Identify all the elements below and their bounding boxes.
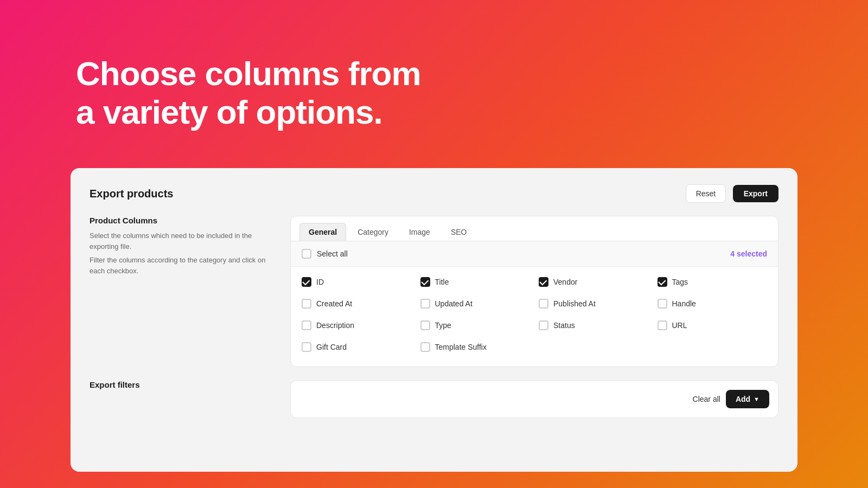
hero-section: Choose columns from a variety of options… bbox=[76, 54, 421, 132]
add-button[interactable]: Add ▼ bbox=[726, 390, 769, 408]
col-label-updated-at: Updated At bbox=[435, 299, 473, 308]
chevron-down-icon: ▼ bbox=[754, 396, 760, 402]
col-item-published-at[interactable]: Published At bbox=[534, 293, 653, 314]
col-label-status: Status bbox=[553, 321, 575, 330]
select-all-checkbox[interactable] bbox=[302, 249, 311, 259]
export-button[interactable]: Export bbox=[733, 185, 778, 202]
col-item-id[interactable]: ID bbox=[297, 271, 416, 293]
select-all-row: Select all 4 selected bbox=[291, 241, 778, 267]
bottom-section: Export filters Clear all Add ▼ bbox=[90, 380, 778, 418]
col-item-title[interactable]: Title bbox=[416, 271, 535, 293]
col-label-title: Title bbox=[435, 278, 449, 286]
col-label-id: ID bbox=[316, 278, 324, 286]
checkbox-url[interactable] bbox=[658, 320, 667, 330]
add-label: Add bbox=[736, 395, 750, 403]
checkbox-title[interactable] bbox=[420, 277, 430, 287]
checkbox-created-at[interactable] bbox=[302, 299, 311, 309]
col-item-url[interactable]: URL bbox=[653, 314, 772, 336]
header-actions: Reset Export bbox=[686, 184, 778, 203]
checkbox-vendor[interactable] bbox=[539, 277, 548, 287]
col-label-url: URL bbox=[672, 321, 687, 330]
panel-body: Product Columns Select the columns which… bbox=[90, 216, 778, 367]
section-title: Product Columns bbox=[90, 216, 274, 225]
checkbox-published-at[interactable] bbox=[539, 299, 548, 309]
panel-title: Export products bbox=[90, 188, 173, 200]
filters-title: Export filters bbox=[90, 380, 274, 389]
col-item-handle[interactable]: Handle bbox=[653, 293, 772, 314]
selected-count: 4 selected bbox=[730, 249, 767, 258]
tab-seo[interactable]: SEO bbox=[442, 223, 476, 241]
columns-grid: ID Title Vendor Tags Created At bbox=[291, 267, 778, 367]
select-all-label: Select all bbox=[317, 249, 348, 258]
col-label-gift-card: Gift Card bbox=[316, 343, 347, 351]
col-item-updated-at[interactable]: Updated At bbox=[416, 293, 535, 314]
reset-button[interactable]: Reset bbox=[686, 184, 726, 203]
checkbox-type[interactable] bbox=[420, 320, 430, 330]
tab-category[interactable]: Category bbox=[348, 223, 398, 241]
checkbox-template-suffix[interactable] bbox=[420, 342, 430, 352]
export-panel: Export products Reset Export Product Col… bbox=[71, 168, 797, 472]
filters-right: Clear all Add ▼ bbox=[290, 380, 778, 418]
col-item-description[interactable]: Description bbox=[297, 314, 416, 336]
col-item-type[interactable]: Type bbox=[416, 314, 535, 336]
section-desc-1: Select the columns which need to be incl… bbox=[90, 230, 274, 252]
col-label-type: Type bbox=[435, 321, 451, 330]
section-desc-2: Filter the columns according to the cate… bbox=[90, 255, 274, 276]
col-label-published-at: Published At bbox=[553, 299, 596, 308]
left-column: Product Columns Select the columns which… bbox=[90, 216, 274, 367]
panel-header: Export products Reset Export bbox=[90, 184, 778, 203]
checkbox-description[interactable] bbox=[302, 320, 311, 330]
checkbox-id[interactable] bbox=[302, 277, 311, 287]
col-item-gift-card[interactable]: Gift Card bbox=[297, 336, 416, 358]
col-item-created-at[interactable]: Created At bbox=[297, 293, 416, 314]
col-label-tags: Tags bbox=[672, 278, 688, 286]
filters-left: Export filters bbox=[90, 380, 274, 418]
tab-general[interactable]: General bbox=[299, 223, 346, 241]
checkbox-tags[interactable] bbox=[658, 277, 667, 287]
tab-image[interactable]: Image bbox=[400, 223, 439, 241]
col-item-tags[interactable]: Tags bbox=[653, 271, 772, 293]
col-label-handle: Handle bbox=[672, 299, 696, 308]
checkbox-updated-at[interactable] bbox=[420, 299, 430, 309]
col-item-template-suffix[interactable]: Template Suffix bbox=[416, 336, 535, 358]
select-all-left: Select all bbox=[302, 249, 348, 259]
col-label-description: Description bbox=[316, 321, 354, 330]
clear-all-button[interactable]: Clear all bbox=[693, 395, 720, 403]
columns-panel: General Category Image SEO Select all 4 … bbox=[290, 216, 778, 367]
col-item-status[interactable]: Status bbox=[534, 314, 653, 336]
col-item-vendor[interactable]: Vendor bbox=[534, 271, 653, 293]
tab-bar: General Category Image SEO bbox=[291, 216, 778, 241]
hero-title: Choose columns from a variety of options… bbox=[76, 54, 421, 132]
col-label-created-at: Created At bbox=[316, 299, 352, 308]
col-label-vendor: Vendor bbox=[553, 278, 577, 286]
col-label-template-suffix: Template Suffix bbox=[435, 343, 487, 351]
checkbox-gift-card[interactable] bbox=[302, 342, 311, 352]
checkbox-handle[interactable] bbox=[658, 299, 667, 309]
checkbox-status[interactable] bbox=[539, 320, 548, 330]
